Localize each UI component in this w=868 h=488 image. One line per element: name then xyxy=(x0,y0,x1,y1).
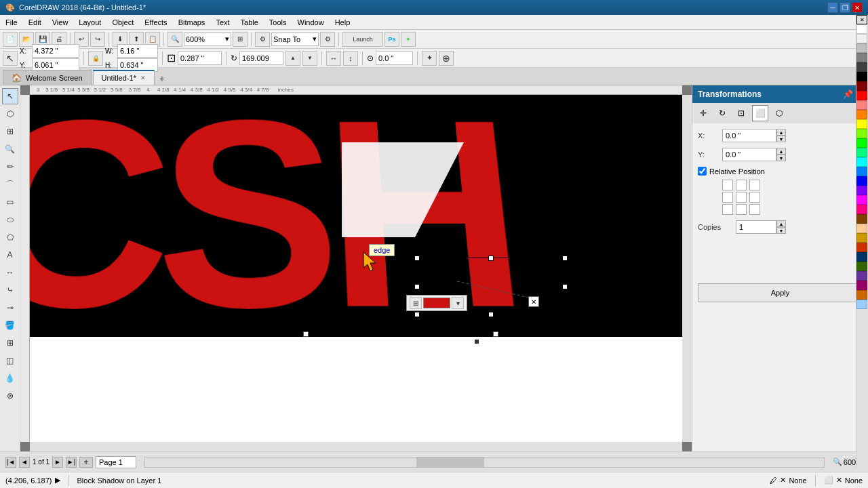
launch-btn[interactable]: Launch xyxy=(342,32,383,47)
color-cyan[interactable] xyxy=(856,157,867,167)
minimize-btn[interactable]: ─ xyxy=(827,2,838,13)
blend-tool[interactable]: ⊸ xyxy=(2,300,18,316)
extra-btn[interactable]: ✦ xyxy=(401,32,416,47)
restore-btn[interactable]: ❐ xyxy=(840,2,850,13)
color-purple[interactable] xyxy=(856,186,867,195)
add-node-btn[interactable]: ⊕ xyxy=(439,51,454,66)
selector-tool-indicator[interactable]: ↖ xyxy=(3,51,18,66)
prev-page-btn[interactable]: ◄ xyxy=(19,457,30,468)
last-page-btn[interactable]: ►| xyxy=(66,457,77,468)
panel-tab-position[interactable]: ✛ xyxy=(695,105,711,121)
copies-down-btn[interactable]: ▼ xyxy=(776,227,786,234)
color-darkgreen[interactable] xyxy=(856,262,867,271)
menu-table[interactable]: Table xyxy=(235,17,264,28)
angle-input[interactable] xyxy=(239,52,283,65)
menu-layout[interactable]: Layout xyxy=(73,17,106,28)
redo-btn[interactable]: ↪ xyxy=(90,32,105,47)
pos-ml[interactable] xyxy=(722,192,733,203)
pos-bm[interactable] xyxy=(736,204,747,215)
menu-help[interactable]: Help xyxy=(330,17,356,28)
menu-effects[interactable]: Effects xyxy=(139,17,172,28)
panel-x-input[interactable] xyxy=(722,129,776,142)
freehand-tool[interactable]: ✏ xyxy=(2,159,18,175)
color-magenta[interactable] xyxy=(856,195,867,205)
connector-tool[interactable]: ⤷ xyxy=(2,282,18,298)
w-input[interactable] xyxy=(117,44,158,58)
options-btn[interactable]: ⚙ xyxy=(320,32,335,47)
x-down-btn[interactable]: ▼ xyxy=(776,136,786,142)
pos-tl[interactable] xyxy=(722,180,733,190)
apply-button[interactable]: Apply xyxy=(698,283,863,302)
effects-btn[interactable]: ✦ xyxy=(422,51,437,66)
color-crimson[interactable] xyxy=(856,243,867,252)
lock-ratio-btn[interactable]: 🔒 xyxy=(88,51,103,66)
color-lightgray[interactable] xyxy=(856,34,867,43)
tab-document[interactable]: Untitled-1* ✕ xyxy=(93,70,155,85)
copies-input[interactable] xyxy=(736,220,776,234)
panel-tab-skew[interactable]: ⬡ xyxy=(771,105,787,121)
panel-y-input[interactable] xyxy=(722,148,776,161)
color-orange[interactable] xyxy=(856,110,867,119)
color-lightred[interactable] xyxy=(856,100,867,110)
h-scroll-thumb[interactable] xyxy=(416,458,484,467)
panel-tab-scale[interactable]: ⊡ xyxy=(733,105,749,121)
color-blue[interactable] xyxy=(856,176,867,186)
zoom-in-btn[interactable]: ⊞ xyxy=(233,32,248,47)
x-input[interactable] xyxy=(32,44,79,58)
smart-draw-tool[interactable]: ⌒ xyxy=(2,176,18,192)
color-gold[interactable] xyxy=(856,233,867,243)
color-sky[interactable] xyxy=(856,300,867,309)
ps-btn[interactable]: Ps xyxy=(384,32,399,47)
next-page-btn[interactable]: ► xyxy=(52,457,63,468)
pos-br[interactable] xyxy=(749,204,760,215)
menu-edit[interactable]: Edit xyxy=(23,17,47,28)
color-aqua[interactable] xyxy=(856,148,867,157)
h-scroll-track[interactable] xyxy=(144,457,825,468)
tab-welcome[interactable]: 🏠 Welcome Screen xyxy=(3,70,92,85)
crop-tool[interactable]: ⊞ xyxy=(2,123,18,140)
zoom-tool[interactable]: 🔍 xyxy=(2,141,18,157)
first-page-btn[interactable]: |◄ xyxy=(5,457,16,468)
color-lightblue[interactable] xyxy=(856,167,867,176)
panel-pin-btn[interactable]: 📌 xyxy=(843,89,853,99)
add-page-btn[interactable]: + xyxy=(79,457,93,468)
shadow-more-btn[interactable]: ▾ xyxy=(452,297,464,309)
ellipse-tool[interactable]: ⬭ xyxy=(2,211,18,228)
fill-tool[interactable]: 🪣 xyxy=(2,317,18,333)
color-pink[interactable] xyxy=(856,205,867,214)
color-sienna[interactable] xyxy=(856,290,867,300)
new-btn[interactable]: 📄 xyxy=(3,32,18,47)
select-tool[interactable]: ↖ xyxy=(2,88,18,104)
scale-input[interactable] xyxy=(178,52,222,65)
color-red[interactable] xyxy=(856,91,867,100)
shadow-type-btn[interactable]: ⊞ xyxy=(410,297,422,309)
parallel-dimension-tool[interactable]: ↔ xyxy=(2,264,18,281)
menu-text[interactable]: Text xyxy=(210,17,235,28)
pos-bl[interactable] xyxy=(722,204,733,215)
color-gray[interactable] xyxy=(856,53,867,62)
eyedropper-tool[interactable]: 💧 xyxy=(2,370,18,386)
rotation-input[interactable] xyxy=(376,52,413,65)
no-color-swatch[interactable]: ✕ xyxy=(856,15,867,24)
pos-tr[interactable] xyxy=(749,180,760,190)
color-violet[interactable] xyxy=(856,271,867,281)
vertical-scrollbar[interactable] xyxy=(682,95,692,442)
zoom-out-btn[interactable]: 🔍 xyxy=(167,32,182,47)
smart-fill-tool[interactable]: ⊛ xyxy=(2,388,18,404)
title-bar-controls[interactable]: ─ ❐ ✕ xyxy=(827,2,863,13)
menu-bitmaps[interactable]: Bitmaps xyxy=(173,17,211,28)
zoom-level-dropdown[interactable]: 600% ▾ xyxy=(184,33,231,46)
y-up-btn[interactable]: ▲ xyxy=(776,148,786,155)
mirror-h-btn[interactable]: ↔ xyxy=(326,51,341,66)
shadow-color[interactable] xyxy=(423,298,450,308)
polygon-tool[interactable]: ⬠ xyxy=(2,229,18,245)
relative-position-checkbox[interactable] xyxy=(698,167,707,176)
panel-tab-rotate[interactable]: ↻ xyxy=(714,105,730,121)
tab-add-btn[interactable]: + xyxy=(156,73,168,85)
tab-close-btn[interactable]: ✕ xyxy=(140,75,146,81)
color-darkred[interactable] xyxy=(856,81,867,91)
text-tool[interactable]: A xyxy=(2,247,18,263)
menu-tools[interactable]: Tools xyxy=(264,17,292,28)
menu-window[interactable]: Window xyxy=(292,17,330,28)
pos-tm[interactable] xyxy=(736,180,747,190)
